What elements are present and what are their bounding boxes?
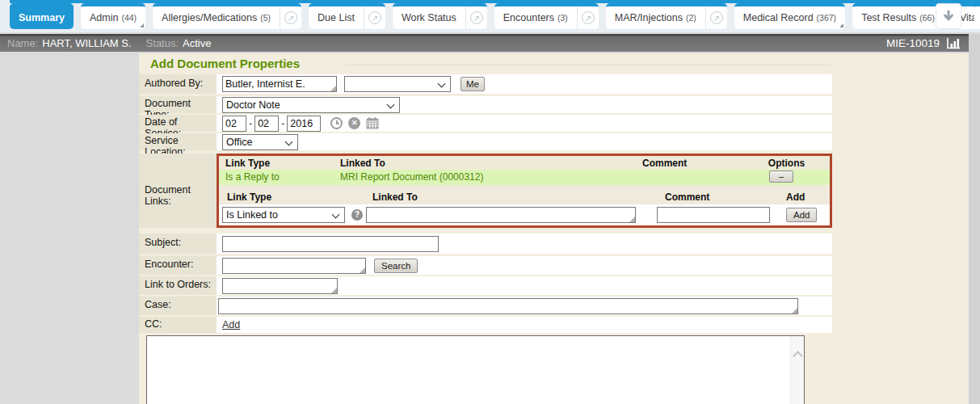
link-to-orders-input[interactable] bbox=[222, 278, 338, 294]
tab-label: Work Status bbox=[402, 12, 456, 23]
document-type-row: Document Type: Doctor Note bbox=[139, 96, 832, 113]
new-link-type-select[interactable]: Is Linked to bbox=[222, 207, 345, 223]
document-body-editor bbox=[146, 335, 805, 404]
options-header: Options bbox=[748, 158, 825, 169]
link-type-header: Link Type bbox=[227, 191, 271, 203]
tab-label: Test Results bbox=[861, 12, 916, 23]
right-scroll-gutter[interactable] bbox=[969, 34, 980, 404]
linked-to-header: Linked To bbox=[340, 158, 385, 169]
tabs-scroll-down-button[interactable] bbox=[936, 3, 961, 29]
comment-header: Comment bbox=[642, 158, 687, 169]
subject-input[interactable] bbox=[222, 236, 439, 252]
tab-label: Due List bbox=[318, 12, 355, 23]
link-to-orders-label: Link to Orders: bbox=[139, 276, 217, 295]
date-month-input[interactable] bbox=[222, 116, 246, 132]
document-links-section: Link Type Linked To Comment Options Is a… bbox=[217, 154, 832, 228]
tab-label: Admin bbox=[90, 12, 118, 23]
new-link-controls-row: Is Linked to ? Add bbox=[219, 204, 830, 225]
document-type-label: Document Type: bbox=[139, 96, 217, 113]
link-type-header: Link Type bbox=[225, 158, 270, 169]
document-links-label: Document Links: bbox=[139, 154, 217, 228]
tab-test-results[interactable]: Test Results(66) bbox=[852, 3, 944, 29]
existing-links-header: Link Type Linked To Comment Options bbox=[219, 156, 830, 170]
encounter-search-button[interactable]: Search bbox=[374, 259, 418, 273]
new-link-header: Link Type Linked To Comment Add bbox=[219, 190, 830, 204]
me-button[interactable]: Me bbox=[461, 77, 485, 91]
chart-id: MIE-10019 bbox=[886, 37, 940, 49]
tab-label: Summary bbox=[19, 12, 65, 23]
popout-icon[interactable]: ↗ bbox=[465, 6, 487, 29]
authored-by-input[interactable] bbox=[222, 76, 337, 92]
tab-medical-record[interactable]: Medical Record(367) bbox=[734, 3, 845, 29]
subject-label: Subject: bbox=[139, 234, 217, 254]
service-location-select[interactable]: Office bbox=[222, 134, 298, 150]
tab-allergies-medications: Allergies/Medications(5) ↗ bbox=[153, 3, 301, 29]
help-icon[interactable]: ? bbox=[351, 209, 363, 221]
textarea-scrollbar[interactable] bbox=[790, 336, 804, 404]
patient-bar: Name: HART, WILLIAM S. Status: Active MI… bbox=[0, 34, 969, 52]
date-of-service-label: Date of Service: bbox=[139, 115, 217, 132]
clock-icon[interactable] bbox=[330, 117, 343, 129]
date-of-service-row: Date of Service: - - ✕ bbox=[139, 115, 832, 132]
existing-linked-to: MRI Report Document (0000312) bbox=[340, 171, 483, 183]
tab-mar-injections: MAR/Injections(2) ↗ bbox=[606, 3, 727, 29]
tab-label: MAR/Injections bbox=[615, 12, 683, 23]
tab-bar: Summary Admin(44) Allergies/Medications(… bbox=[0, 0, 980, 32]
cc-add-link[interactable]: Add bbox=[222, 319, 240, 330]
popout-icon[interactable]: ↗ bbox=[577, 6, 599, 29]
link-to-orders-row: Link to Orders: bbox=[139, 276, 832, 295]
linked-to-header: Linked To bbox=[372, 191, 418, 203]
tab-work-status: Work Status ↗ bbox=[393, 3, 487, 29]
tab-count: (3) bbox=[557, 13, 568, 23]
tab-count: (367) bbox=[817, 13, 837, 23]
popout-icon[interactable]: ↗ bbox=[364, 6, 385, 29]
tab-count: (66) bbox=[919, 13, 935, 23]
case-label: Case: bbox=[139, 297, 217, 315]
patient-name: HART, WILLIAM S. bbox=[42, 37, 131, 49]
tab-count: (5) bbox=[260, 13, 271, 23]
page-title: Add Document Properties bbox=[150, 57, 300, 70]
tab-count: (44) bbox=[121, 13, 137, 23]
tab-count: (2) bbox=[686, 13, 696, 23]
service-location-label: Service Location: bbox=[139, 133, 217, 150]
existing-link-type: Is a Reply to bbox=[225, 171, 280, 183]
tab-encounters: Encounters(3) ↗ bbox=[494, 3, 599, 29]
document-type-select[interactable]: Doctor Note bbox=[222, 97, 400, 113]
linked-to-input[interactable] bbox=[366, 207, 636, 223]
add-link-button[interactable]: Add bbox=[786, 208, 817, 222]
tab-summary[interactable]: Summary bbox=[10, 3, 74, 29]
comment-input[interactable] bbox=[657, 207, 770, 223]
remove-link-button[interactable]: – bbox=[769, 170, 793, 183]
tab-admin[interactable]: Admin(44) bbox=[81, 3, 145, 29]
tab-label: Allergies/Medications bbox=[162, 12, 257, 23]
encounter-row: Encounter: Search bbox=[139, 256, 832, 275]
document-body-textarea[interactable] bbox=[147, 336, 790, 404]
bar-chart-icon[interactable] bbox=[946, 37, 961, 49]
patient-name-label: Name: bbox=[7, 37, 38, 49]
tab-label: Medical Record bbox=[743, 12, 814, 23]
popout-icon[interactable]: ↗ bbox=[705, 6, 727, 29]
case-input[interactable] bbox=[218, 298, 798, 314]
date-day-input[interactable] bbox=[254, 116, 279, 132]
tab-label: Encounters bbox=[503, 12, 554, 23]
service-location-row: Service Location: Office bbox=[139, 133, 832, 150]
clear-date-icon[interactable]: ✕ bbox=[348, 117, 360, 129]
existing-link-row: Is a Reply to MRI Report Document (00003… bbox=[219, 170, 830, 185]
title-divider bbox=[346, 65, 831, 65]
cc-row: CC: Add bbox=[139, 317, 832, 333]
patient-status: Active bbox=[183, 37, 211, 49]
authored-by-select[interactable] bbox=[344, 76, 451, 92]
add-header: Add bbox=[786, 191, 805, 203]
popout-icon[interactable]: ↗ bbox=[280, 6, 301, 29]
patient-status-label: Status: bbox=[146, 37, 179, 49]
date-year-input[interactable] bbox=[287, 116, 321, 132]
scroll-up-icon[interactable] bbox=[793, 351, 803, 361]
add-document-properties-form: Add Document Properties Authored By: Me … bbox=[139, 53, 969, 404]
subject-row: Subject: bbox=[139, 234, 832, 254]
document-links-row: Document Links: Link Type Linked To Comm… bbox=[139, 154, 832, 228]
encounter-input[interactable] bbox=[222, 258, 366, 274]
tab-strip: Summary Admin(44) Allergies/Medications(… bbox=[10, 3, 980, 29]
calendar-icon[interactable] bbox=[366, 117, 379, 129]
partial-tab-sliver bbox=[974, 3, 980, 29]
scroll-down-icon bbox=[941, 9, 956, 23]
